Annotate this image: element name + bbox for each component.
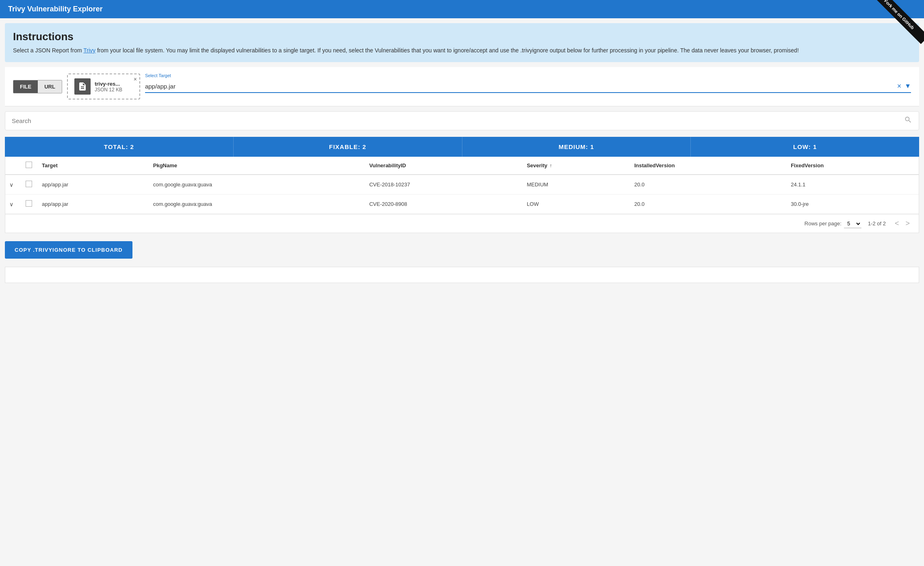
target-select-wrap: Select Target × ▼ <box>145 80 911 93</box>
row-target-1: app/app.jar <box>38 194 149 214</box>
page-info: 1-2 of 2 <box>868 220 886 227</box>
table-wrap: Target PkgName VulnerabilityID Severity … <box>5 157 919 233</box>
pagination-row: Rows per page: 5 10 25 1-2 of 2 < > <box>5 214 919 233</box>
row-fixed-0: 24.1.1 <box>787 175 919 194</box>
file-upload-box[interactable]: trivy-res... JSON 12 KB × <box>67 73 140 99</box>
table-row: ∨ app/app.jar com.google.guava:guava CVE… <box>5 175 919 194</box>
row-severity-0: MEDIUM <box>523 175 630 194</box>
trivy-link[interactable]: Trivy <box>83 47 95 54</box>
stat-medium: MEDIUM: 1 <box>462 137 691 157</box>
stat-fixable: FIXABLE: 2 <box>233 137 462 157</box>
vulnerabilities-table: Target PkgName VulnerabilityID Severity … <box>5 157 919 214</box>
target-label: Select Target <box>145 73 171 78</box>
target-clear-icon[interactable]: × <box>897 82 902 91</box>
row-pkgname-1: com.google.guava:guava <box>149 194 365 214</box>
bottom-area <box>5 267 919 283</box>
row-installed-0: 20.0 <box>630 175 787 194</box>
rows-per-page: Rows per page: 5 10 25 <box>805 219 861 228</box>
col-header-pkgname: PkgName <box>149 157 365 175</box>
row-vulnid-1: CVE-2020-8908 <box>365 194 523 214</box>
copy-section: COPY .TRIVYIGNORE TO CLIPBOARD <box>5 241 919 259</box>
row-severity-1: LOW <box>523 194 630 214</box>
url-button[interactable]: URL <box>38 80 62 93</box>
app-header: Trivy Vulnerability Explorer Fork me on … <box>0 0 924 18</box>
instructions-body: Select a JSON Report from Trivy from you… <box>13 46 911 55</box>
file-url-toggle: FILE URL <box>13 80 62 93</box>
row-pkgname-0: com.google.guava:guava <box>149 175 365 194</box>
file-info: trivy-res... JSON 12 KB <box>95 81 122 93</box>
app-title: Trivy Vulnerability Explorer <box>8 5 102 13</box>
row-installed-1: 20.0 <box>630 194 787 214</box>
target-input-row: × ▼ <box>145 80 911 93</box>
row-fixed-1: 30.0-jre <box>787 194 919 214</box>
row-vulnid-0: CVE-2018-10237 <box>365 175 523 194</box>
prev-page-button[interactable]: < <box>892 218 902 229</box>
rows-per-page-select[interactable]: 5 10 25 <box>844 219 861 228</box>
stats-bar: TOTAL: 2 FIXABLE: 2 MEDIUM: 1 LOW: 1 <box>5 137 919 157</box>
file-url-section: FILE URL trivy-res... JSON 12 KB × Selec… <box>5 67 919 106</box>
expand-icon-1[interactable]: ∨ <box>9 201 13 207</box>
col-header-target: Target <box>38 157 149 175</box>
search-section <box>5 111 919 130</box>
page-nav: < > <box>892 218 912 229</box>
row-checkbox-0[interactable] <box>26 181 32 187</box>
file-meta: JSON 12 KB <box>95 87 122 93</box>
instructions-section: Instructions Select a JSON Report from T… <box>5 23 919 62</box>
target-input[interactable] <box>145 83 897 90</box>
col-header-expand <box>5 157 22 175</box>
instructions-heading: Instructions <box>13 30 911 43</box>
stat-total: TOTAL: 2 <box>5 137 233 157</box>
ribbon-text: Fork me on GitHub <box>875 0 924 44</box>
github-ribbon[interactable]: Fork me on GitHub <box>875 0 924 49</box>
rows-per-page-label: Rows per page: <box>805 220 842 227</box>
stat-low: LOW: 1 <box>690 137 919 157</box>
file-name: trivy-res... <box>95 81 122 87</box>
next-page-button[interactable]: > <box>903 218 912 229</box>
target-chevron-icon[interactable]: ▼ <box>904 82 911 90</box>
select-all-checkbox[interactable] <box>26 162 32 168</box>
col-header-check <box>22 157 38 175</box>
search-input[interactable] <box>12 117 904 124</box>
severity-sort-icon: ↑ <box>550 163 552 169</box>
file-icon <box>74 78 91 95</box>
expand-icon-0[interactable]: ∨ <box>9 181 13 188</box>
col-header-installed-version: InstalledVersion <box>630 157 787 175</box>
row-check-1 <box>22 194 38 214</box>
col-header-severity[interactable]: Severity ↑ <box>523 157 630 175</box>
col-header-vulnid: VulnerabilityID <box>365 157 523 175</box>
file-button[interactable]: FILE <box>13 80 38 93</box>
row-expand-1[interactable]: ∨ <box>5 194 22 214</box>
col-header-fixed-version: FixedVersion <box>787 157 919 175</box>
row-expand-0[interactable]: ∨ <box>5 175 22 194</box>
copy-trivyignore-button[interactable]: COPY .TRIVYIGNORE TO CLIPBOARD <box>5 241 132 259</box>
row-check-0 <box>22 175 38 194</box>
file-close-icon[interactable]: × <box>134 76 137 82</box>
search-icon <box>904 116 912 126</box>
table-header-row: Target PkgName VulnerabilityID Severity … <box>5 157 919 175</box>
row-checkbox-1[interactable] <box>26 200 32 207</box>
table-row: ∨ app/app.jar com.google.guava:guava CVE… <box>5 194 919 214</box>
row-target-0: app/app.jar <box>38 175 149 194</box>
table-body: ∨ app/app.jar com.google.guava:guava CVE… <box>5 175 919 214</box>
